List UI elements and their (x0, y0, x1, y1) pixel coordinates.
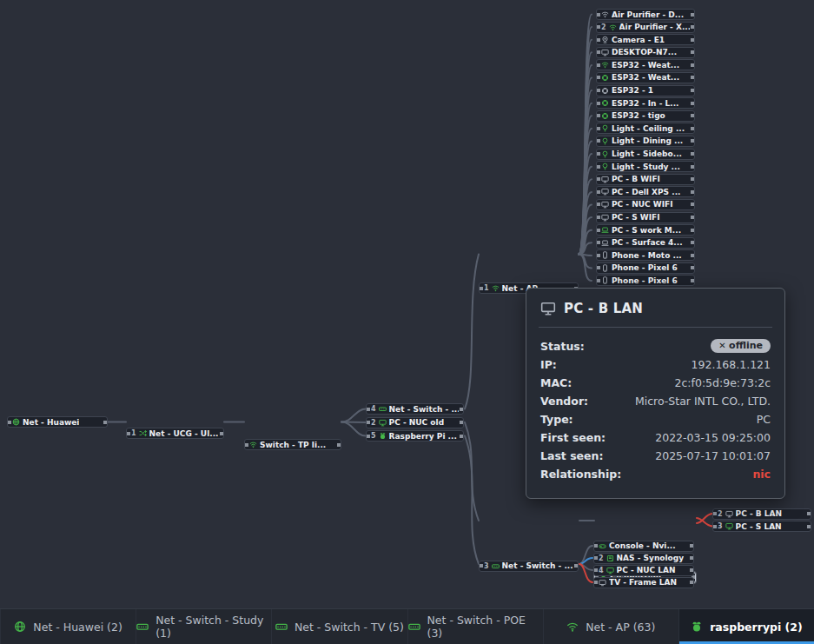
node-group-tab[interactable]: Net - Switch - POE (3) (407, 609, 543, 644)
node-label: PC - NUC LAN (617, 566, 676, 574)
device-icon (606, 567, 614, 574)
port-badge: 4 (599, 567, 604, 574)
tab-label: Net - Switch - Study (1) (156, 614, 271, 640)
node[interactable]: 5 Raspberry Pi ... (366, 430, 464, 442)
tab-label: raspberrypi (2) (710, 621, 803, 634)
node-net-huawei[interactable]: Net - Huawei (7, 416, 108, 428)
node[interactable]: ESP32 - Weat... (596, 59, 695, 70)
detail-row: MAC: 2c:f0:5d:9e:73:2c (540, 374, 771, 391)
node-group-tab[interactable]: Net - Switch - TV (5) (271, 609, 407, 644)
device-icon (601, 239, 609, 247)
node-group-tab[interactable]: Net - Huawei (2) (0, 609, 136, 644)
node[interactable]: Phone - Pixel 6 (596, 262, 695, 274)
node[interactable]: 2 PC - B LAN (712, 508, 811, 520)
node-group-tabbar: Net - Huawei (2) Net - Switch - Study (1… (0, 608, 814, 644)
detail-value: 2025-07-17 10:01:07 (655, 449, 771, 462)
device-icon (601, 276, 609, 284)
node[interactable]: ESP32 - In - L... (596, 97, 695, 109)
node-label: PC - S LAN (736, 522, 782, 531)
node-label: ESP32 - tigo (612, 111, 665, 120)
detail-label: Vendor: (540, 395, 588, 408)
node[interactable]: Light - Study ... (596, 161, 695, 172)
detail-value: 2022-03-15 09:25:00 (655, 431, 771, 444)
network-topology-canvas[interactable]: Net - Huawei 1 Net - UCG - Ul... Switch … (0, 0, 814, 644)
device-icon (725, 522, 733, 530)
node[interactable]: PC - Surface 4... (596, 237, 695, 249)
device-icon (599, 579, 606, 587)
node-switch-tp[interactable]: Switch - TP li... (244, 439, 341, 450)
device-icon (379, 419, 387, 427)
tab-label: Net - Switch - POE (3) (427, 614, 543, 640)
node[interactable]: PC - B WIFI (596, 174, 695, 185)
node[interactable]: Phone - Pixel 6 (596, 275, 695, 286)
detail-label: Type: (540, 413, 573, 426)
port-badge: 2 (718, 510, 723, 518)
wifi-icon (492, 284, 500, 292)
node-label: PC - Surface 4... (612, 238, 683, 247)
node-label: PC - S WIFI (612, 213, 660, 222)
node[interactable]: 2 Air Purifier - X... (596, 22, 695, 33)
detail-label: Last seen: (540, 449, 603, 462)
detail-row: IP: 192.168.1.121 (540, 355, 771, 373)
detail-value: 2c:f0:5d:9e:73:2c (675, 376, 771, 389)
node-label: Light - Sidebo... (612, 149, 682, 158)
node[interactable]: ESP32 - 1 (596, 85, 695, 96)
pc-lan-cluster: 2 PC - B LAN 3 PC - S LAN (712, 508, 811, 533)
device-icon (601, 188, 609, 196)
device-icon (601, 124, 609, 132)
port-badge: 2 (371, 419, 376, 427)
node[interactable]: ESP32 - tigo (596, 110, 695, 122)
tab-label: Net - AP (63) (586, 621, 655, 634)
node[interactable]: PC - Dell XPS ... (596, 186, 695, 197)
node[interactable]: PC - NUC WIFI (596, 199, 695, 210)
port-badge: 4 (371, 405, 376, 413)
tab-icon (14, 621, 26, 633)
node-group-tab[interactable]: Net - Switch - Study (1) (136, 609, 271, 644)
node[interactable]: 3 PC - S LAN (712, 521, 811, 532)
popup-header: PC - B LAN (526, 289, 784, 323)
node[interactable]: PC - S work M... (596, 224, 695, 236)
detail-row: Last seen: 2025-07-17 10:01:07 (540, 447, 771, 464)
wifi-icon (249, 441, 257, 448)
node[interactable]: 4 PC - NUC LAN (593, 565, 694, 576)
node-net-switch-rpi[interactable]: 3 Net - Switch - ... (479, 561, 579, 572)
port-badge: 1 (131, 429, 136, 437)
port-badge: 3 (484, 562, 489, 570)
node-net-ucg[interactable]: 1 Net - UCG - Ul... (126, 428, 224, 439)
device-icon (379, 405, 387, 413)
node[interactable]: TV - Frame LAN (593, 577, 694, 588)
node-label: Switch - TP li... (260, 441, 326, 449)
node[interactable]: Air Purifier - D... (596, 9, 695, 20)
node-label: DESKTOP-N7... (612, 48, 677, 56)
node-group-tab[interactable]: Net - AP (63) (543, 609, 678, 644)
node-label: Light - Dining ... (612, 136, 683, 145)
device-icon (601, 112, 609, 120)
node-label: Camera - E1 (612, 36, 665, 44)
node[interactable]: Light - Sidebo... (596, 149, 695, 160)
detail-row: Relationship: nic (540, 465, 771, 482)
node[interactable]: 2 PC - NUC old (366, 417, 464, 428)
node-label: Net - Switch - ... (389, 405, 459, 414)
node-label: Air Purifier - X... (619, 23, 690, 31)
node[interactable]: Phone - Moto ... (596, 249, 695, 261)
device-icon (601, 201, 609, 209)
detail-row: First seen: 2022-03-15 09:25:00 (540, 428, 771, 446)
node[interactable]: Camera - E1 (596, 34, 695, 45)
detail-value: 192.168.1.121 (692, 358, 771, 371)
device-icon (599, 542, 606, 550)
device-icon (601, 251, 609, 259)
device-icon (609, 23, 617, 31)
node-label: PC - NUC old (389, 418, 445, 427)
node[interactable]: 2 NAS - Synology (593, 553, 694, 564)
node[interactable]: Light - Dining ... (596, 136, 695, 147)
node[interactable]: 4 Net - Switch - ... (366, 403, 464, 415)
globe-icon (12, 418, 20, 426)
node[interactable]: DESKTOP-N7... (596, 47, 695, 58)
node[interactable]: ESP32 - Weat... (596, 72, 695, 83)
node-group-tab[interactable]: raspberrypi (2) (678, 609, 814, 644)
node-label: PC - Dell XPS ... (612, 188, 681, 196)
device-icon (601, 163, 609, 170)
node[interactable]: Console - Nvi... (593, 541, 694, 552)
node[interactable]: PC - S WIFI (596, 212, 695, 223)
node[interactable]: Light - Ceiling ... (596, 123, 695, 134)
